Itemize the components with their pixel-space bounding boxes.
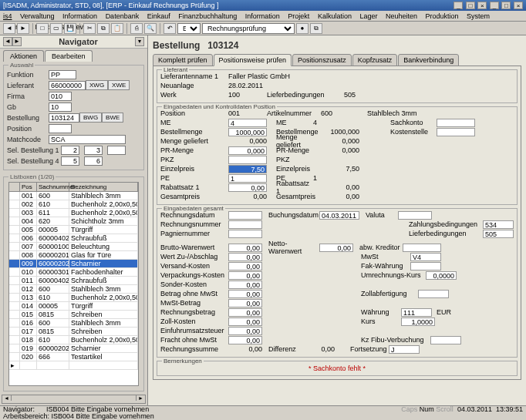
firma-input[interactable] bbox=[49, 92, 72, 101]
abwkred-input[interactable] bbox=[403, 244, 441, 252]
cut-icon[interactable]: ✂ bbox=[83, 23, 96, 34]
tab-bearbeiten[interactable]: Bearbeiten bbox=[45, 50, 93, 62]
table-row[interactable]: 012600Stahlblech 3mm bbox=[9, 285, 138, 294]
table-row[interactable]: 00760000100201Beleuchtung bbox=[9, 243, 138, 251]
buchdat-input[interactable]: 04.03.2011 bbox=[319, 211, 359, 220]
mwst-input[interactable]: V4 bbox=[410, 253, 441, 261]
preview-icon[interactable]: 🔍 bbox=[144, 23, 157, 34]
xwg-button[interactable]: XWG bbox=[86, 80, 108, 90]
prmenge-input[interactable]: 0,000 bbox=[228, 146, 267, 155]
verpack-input[interactable]: 0,00 bbox=[228, 271, 262, 280]
nav-prev-icon[interactable]: ◄ bbox=[3, 37, 12, 46]
new-icon[interactable]: □ bbox=[36, 23, 49, 34]
minimize-icon[interactable]: _ bbox=[454, 2, 463, 9]
menu-einkauf[interactable]: Einkauf bbox=[147, 12, 170, 20]
menu-kalk[interactable]: Kalkulation bbox=[318, 12, 352, 20]
wertzu-input[interactable]: 0,00 bbox=[228, 253, 262, 261]
zahlbed-input[interactable]: 534 bbox=[483, 220, 514, 229]
table-row[interactable]: 00960000202Scharnier bbox=[9, 260, 138, 268]
fort-input[interactable]: J bbox=[389, 345, 420, 354]
rechbet-input[interactable]: 0,00 bbox=[228, 308, 262, 317]
table-row[interactable]: 020666Testartikel bbox=[9, 353, 138, 361]
pagnr-input[interactable] bbox=[228, 230, 262, 238]
einzelpreis-input[interactable]: 7,50 bbox=[228, 165, 267, 173]
versand-input[interactable]: 0,00 bbox=[228, 262, 262, 270]
gb-input[interactable] bbox=[49, 102, 72, 112]
nav-hscroll[interactable] bbox=[2, 395, 146, 404]
pe-input[interactable]: 1 bbox=[228, 174, 267, 183]
frachtohne-input[interactable]: 0,00 bbox=[228, 336, 262, 344]
mwstbet-input[interactable]: 0,00 bbox=[228, 299, 262, 307]
table-row[interactable]: 01160000402Schraubfuß bbox=[9, 277, 138, 285]
pkz-input[interactable] bbox=[228, 156, 267, 164]
kurs-input[interactable]: 1,0000 bbox=[401, 318, 435, 326]
tab-komplett[interactable]: Komplett prüfen bbox=[153, 54, 213, 66]
save-icon[interactable]: 💾 bbox=[64, 23, 76, 34]
table-row[interactable]: 002610Buchenholz 2,00x0,50 bbox=[9, 200, 138, 209]
module-combo[interactable]: ERP bbox=[177, 23, 201, 34]
close2-icon[interactable]: × bbox=[514, 2, 523, 9]
betragohne-input[interactable]: 0,00 bbox=[228, 290, 262, 298]
menu-verwaltung[interactable]: Verwaltung bbox=[20, 12, 55, 20]
table-row[interactable]: 01960000202Scharnier bbox=[9, 344, 138, 353]
lieferant-input[interactable] bbox=[49, 81, 86, 90]
menu-produktion[interactable]: Produktion bbox=[426, 12, 459, 20]
nav-collapse-icon[interactable]: ▾ bbox=[135, 37, 144, 46]
valuta-input[interactable] bbox=[398, 211, 432, 220]
table-row[interactable]: 00500005Türgriff bbox=[9, 226, 138, 234]
bwe-button[interactable]: BWE bbox=[102, 113, 123, 123]
open-icon[interactable]: ▭ bbox=[50, 23, 62, 34]
menu-projekt[interactable]: Projekt bbox=[288, 12, 309, 20]
table-row[interactable]: 01060000301Fachbodenhalter bbox=[9, 268, 138, 277]
sel1c-input[interactable] bbox=[107, 146, 126, 155]
sel1b-input[interactable] bbox=[84, 146, 103, 155]
sachkonto-input[interactable] bbox=[437, 119, 475, 127]
kostenstelle-input[interactable] bbox=[437, 128, 475, 136]
go-icon[interactable]: ● bbox=[296, 23, 309, 34]
menu-neuheiten[interactable]: Neuheiten bbox=[386, 12, 417, 20]
funktion-input[interactable] bbox=[49, 70, 76, 79]
rabatt-input[interactable]: 0,00 bbox=[228, 183, 267, 192]
bwg-button[interactable]: BWG bbox=[79, 113, 102, 123]
table-row[interactable]: 013610Buchenholz 2,00x0,50 bbox=[9, 294, 138, 302]
bestellung-input[interactable] bbox=[49, 113, 79, 123]
table-row[interactable]: 00660000402Schraubfuß bbox=[9, 234, 138, 243]
tab-poszusatz[interactable]: Positionszusatz bbox=[292, 54, 352, 66]
kzfibu-input[interactable] bbox=[430, 336, 461, 344]
maximize2-icon[interactable]: □ bbox=[501, 2, 511, 9]
menu-system[interactable]: System bbox=[467, 12, 490, 20]
menu-finanz[interactable]: Finanzbuchhaltung bbox=[178, 12, 237, 20]
table-row[interactable]: 0170815Schreiben bbox=[9, 328, 138, 336]
waehr-input[interactable]: 111 bbox=[401, 308, 432, 317]
toolbar-btn-1[interactable]: ◄ bbox=[3, 23, 15, 34]
menu-is4[interactable]: is4 bbox=[3, 12, 12, 20]
minimize2-icon[interactable]: _ bbox=[490, 2, 499, 9]
fakw-input[interactable] bbox=[410, 262, 441, 270]
tab-aktionen[interactable]: Aktionen bbox=[3, 50, 44, 62]
function-combo[interactable]: Rechnungsprüfung bbox=[202, 23, 295, 34]
sonder-input[interactable]: 0,00 bbox=[228, 281, 262, 289]
col-bezeichnung[interactable]: Bezeichnung bbox=[69, 183, 138, 191]
position-input[interactable] bbox=[49, 124, 72, 133]
table-row[interactable]: 001600Stahlblech 3mm bbox=[9, 192, 138, 200]
table-row[interactable]: 00860000201Glas für Türe bbox=[9, 251, 138, 260]
me-a-input[interactable]: 4 bbox=[228, 119, 267, 127]
col-pos[interactable]: Pos bbox=[20, 183, 37, 191]
rechdat-input[interactable] bbox=[228, 211, 262, 220]
toolbar-btn-2[interactable]: ► bbox=[17, 23, 29, 34]
menu-info2[interactable]: Information bbox=[245, 12, 280, 20]
tab-kopfzusatz[interactable]: Kopfzusatz bbox=[352, 54, 398, 66]
col-sachnummer[interactable]: Sachnummer bbox=[37, 183, 69, 191]
einfuhr-input[interactable]: 0,00 bbox=[228, 327, 262, 335]
matchcode-input[interactable] bbox=[49, 135, 126, 144]
sel2b-input[interactable] bbox=[84, 156, 103, 166]
menu-lager[interactable]: Lager bbox=[359, 12, 377, 20]
tab-positionsweise[interactable]: Positionsweise prüfen bbox=[214, 54, 292, 66]
close-icon[interactable]: × bbox=[477, 2, 487, 9]
print-icon[interactable]: ⎙ bbox=[130, 23, 143, 34]
zoll-input[interactable] bbox=[418, 290, 449, 298]
rechnr-input[interactable] bbox=[228, 220, 262, 229]
tab-bank[interactable]: Bankverbindung bbox=[398, 54, 459, 66]
sel2a-input[interactable] bbox=[61, 156, 79, 166]
copy-icon[interactable]: ⧉ bbox=[97, 23, 110, 34]
